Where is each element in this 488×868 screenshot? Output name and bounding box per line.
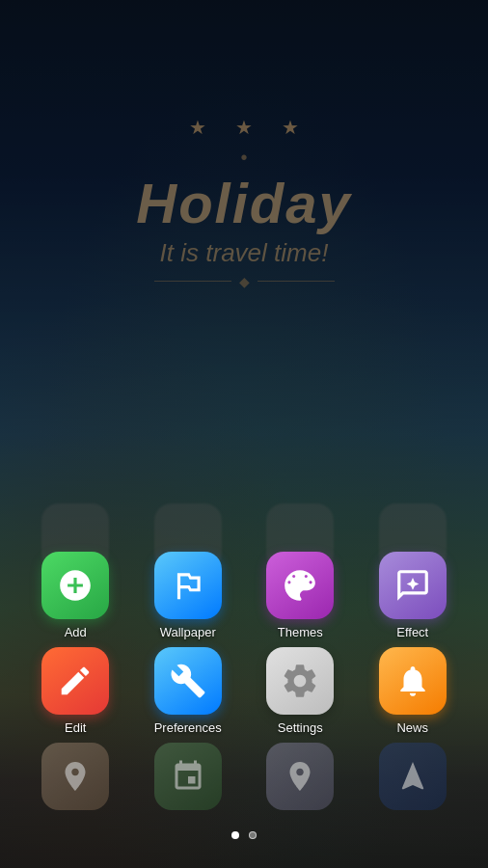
wrench-icon — [170, 663, 206, 699]
star-2: ★ — [235, 116, 253, 139]
bottom-icon-2-svg — [171, 759, 205, 794]
mountain-icon — [170, 567, 206, 604]
page-dot-1[interactable] — [231, 831, 239, 839]
preferences-label: Preferences — [154, 720, 222, 735]
bottom-icon-4-svg — [395, 759, 430, 794]
settings-icon — [266, 647, 334, 715]
holiday-dots-top: • — [0, 147, 488, 169]
app-item-add[interactable]: Add — [27, 552, 123, 639]
bottom-icon-1 — [41, 743, 109, 810]
bottom-icon-4 — [379, 743, 447, 810]
app-item-effect[interactable]: Effect — [365, 552, 461, 639]
themes-symbol-icon — [282, 567, 318, 604]
bottom-icons-row — [19, 743, 469, 810]
effect-label: Effect — [396, 625, 428, 639]
edit-label: Edit — [65, 720, 86, 735]
bottom-icon-1-svg — [58, 759, 93, 794]
preferences-icon — [154, 647, 222, 715]
holiday-subtitle: It is travel time! — [0, 238, 488, 268]
wallpaper-label: Wallpaper — [160, 625, 216, 639]
bottom-icon-2 — [154, 743, 222, 810]
app-item-preferences[interactable]: Preferences — [140, 647, 236, 735]
dot-left: • — [240, 147, 247, 169]
stars-row: ★ ★ ★ — [0, 116, 488, 139]
app-item-settings[interactable]: Settings — [252, 647, 348, 735]
divider-line-right — [258, 281, 335, 282]
star-card-icon — [394, 567, 431, 604]
settings-label: Settings — [278, 720, 323, 735]
app-grid-container: Add Wallpaper Themes — [0, 503, 488, 810]
holiday-text-area: ★ ★ ★ • Holiday It is travel time! ◆ — [0, 116, 488, 295]
themes-icon — [266, 552, 334, 619]
bottom-icon-3-svg — [283, 759, 317, 794]
app-item-edit[interactable]: Edit — [27, 647, 123, 735]
gear-icon — [280, 661, 320, 701]
divider-center-dot: ◆ — [239, 274, 250, 289]
bell-icon — [394, 663, 431, 699]
app-item-themes[interactable]: Themes — [252, 552, 348, 639]
add-label: Add — [65, 625, 87, 639]
holiday-divider: ◆ — [0, 274, 488, 289]
add-icon — [41, 552, 109, 619]
wallpaper-icon — [154, 552, 222, 619]
page-dot-2[interactable] — [249, 831, 257, 839]
app-item-news[interactable]: News — [365, 647, 461, 735]
star-3: ★ — [282, 116, 299, 139]
news-icon — [379, 647, 447, 715]
divider-line-left — [154, 281, 231, 282]
themes-label: Themes — [278, 625, 323, 639]
effect-icon — [379, 552, 447, 619]
edit-pencil-icon — [57, 663, 94, 699]
edit-icon — [41, 647, 109, 715]
app-row-2: Edit Preferences Settings — [19, 647, 469, 735]
holiday-title: Holiday — [0, 173, 488, 234]
plus-icon — [57, 567, 94, 604]
star-1: ★ — [189, 116, 206, 139]
page-dots — [0, 831, 488, 839]
bottom-icon-3 — [266, 743, 334, 810]
app-item-wallpaper[interactable]: Wallpaper — [140, 552, 236, 639]
app-row-1: Add Wallpaper Themes — [19, 552, 469, 639]
news-label: News — [396, 720, 428, 735]
